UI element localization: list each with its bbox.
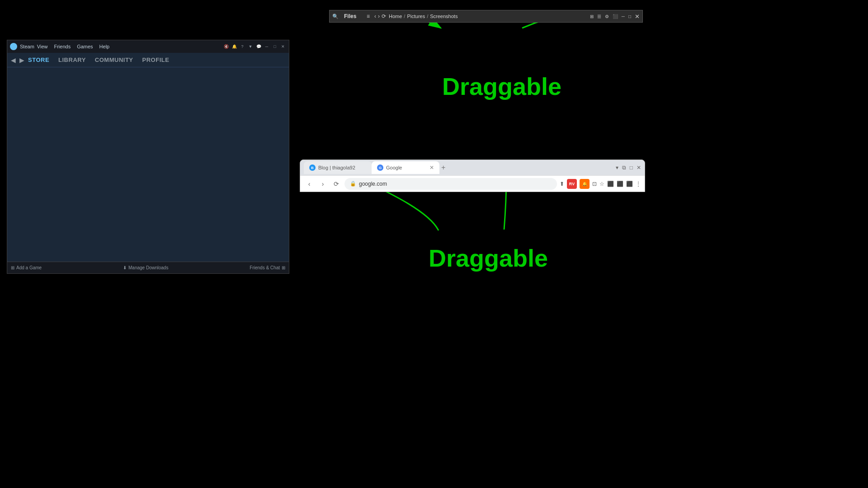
- chrome-url-text: google.com: [359, 181, 552, 187]
- steam-nav-store[interactable]: STORE: [28, 56, 49, 63]
- steam-menu: View Friends Games Help: [37, 44, 109, 49]
- files-path-home[interactable]: Home: [389, 14, 402, 19]
- chrome-tab-blog-label: Blog | thiagola92: [318, 165, 355, 170]
- chrome-tab-google-favicon: G: [377, 164, 383, 171]
- chrome-tab-google[interactable]: G Google ✕: [372, 161, 439, 174]
- draggable-label-2: Draggable: [442, 72, 561, 100]
- files-toolbar: 🔍 Files ≡ ‹ › ⟳ Home / Pictures / Screen…: [330, 10, 642, 22]
- chrome-ext-icon4[interactable]: ⬛: [617, 181, 623, 187]
- chrome-new-tab-btn[interactable]: +: [441, 164, 445, 172]
- chrome-ext-icon1[interactable]: ⊡: [592, 181, 597, 187]
- chrome-tab-dropdown[interactable]: ▾: [616, 164, 618, 171]
- steam-add-game-icon: ⊞: [11, 265, 14, 270]
- steam-nav-community[interactable]: COMMUNITY: [95, 56, 133, 63]
- chrome-window: B Blog | thiagola92 G Google ✕ + ▾ ⧉ □ ✕…: [300, 160, 645, 192]
- steam-menu-help[interactable]: Help: [99, 44, 110, 49]
- steam-toolbar: ◀ ▶ STORE LIBRARY COMMUNITY PROFILE: [7, 53, 289, 67]
- chrome-tab-google-label: Google: [386, 165, 402, 170]
- chrome-ext-icon5[interactable]: ⬛: [626, 181, 633, 187]
- files-path-sep1: /: [404, 14, 405, 19]
- chrome-back-btn[interactable]: ‹: [304, 180, 315, 188]
- files-menu-btn[interactable]: ≡: [365, 13, 372, 19]
- steam-forward-btn[interactable]: ▶: [19, 56, 24, 64]
- files-path-pictures[interactable]: Pictures: [407, 14, 425, 19]
- chrome-toolbar: ‹ › ⟳ 🔒 google.com ⬆ RV 🔔 ⊡ ☆ ⬛ ⬛ ⬛ ⋮: [300, 175, 645, 192]
- steam-nav-library[interactable]: LIBRARY: [58, 56, 86, 63]
- chrome-ext-icon2[interactable]: ☆: [599, 181, 604, 187]
- chrome-share-icon[interactable]: ⬆: [560, 181, 564, 187]
- files-window: 🔍 Files ≡ ‹ › ⟳ Home / Pictures / Screen…: [329, 10, 643, 23]
- files-title: Files: [344, 13, 362, 19]
- steam-menu-friends[interactable]: Friends: [54, 44, 71, 49]
- steam-mute-icon[interactable]: 🔇: [223, 43, 229, 50]
- chrome-addressbar[interactable]: 🔒 google.com: [344, 178, 557, 190]
- chrome-restore-btn[interactable]: ⧉: [622, 164, 626, 171]
- files-back-btn[interactable]: ‹: [374, 13, 376, 19]
- files-search-icon[interactable]: 🔍: [332, 13, 341, 20]
- chrome-ext-orange[interactable]: 🔔: [580, 179, 590, 189]
- chrome-refresh-btn[interactable]: ⟳: [331, 180, 342, 188]
- steam-nav-profile[interactable]: PROFILE: [142, 56, 170, 63]
- steam-menu-view[interactable]: View: [37, 44, 48, 49]
- chrome-close-btn[interactable]: ✕: [637, 164, 641, 171]
- steam-minimize-btn[interactable]: ─: [264, 43, 270, 50]
- steam-maximize-btn[interactable]: □: [272, 43, 278, 50]
- steam-friends-icon: ⊞: [282, 265, 285, 270]
- steam-statusbar: ⊞ Add a Game ⬇ Manage Downloads Friends …: [7, 262, 289, 273]
- steam-friends-label: Friends & Chat: [250, 265, 280, 270]
- steam-friends-chat[interactable]: Friends & Chat ⊞: [250, 265, 285, 270]
- svg-point-2: [11, 44, 16, 49]
- chrome-toolbar-right: ⬆ RV 🔔 ⊡ ☆ ⬛ ⬛ ⬛ ⋮: [560, 179, 641, 189]
- chrome-maximize-btn[interactable]: □: [630, 164, 633, 171]
- files-forward-btn[interactable]: ›: [378, 13, 380, 19]
- draggable-label-3: Draggable: [429, 244, 548, 272]
- steam-logo-icon: [10, 43, 17, 50]
- chrome-ext-red[interactable]: RV: [567, 179, 577, 189]
- files-maximize-btn[interactable]: □: [628, 14, 631, 19]
- chrome-forward-btn[interactable]: ›: [317, 180, 328, 188]
- steam-help-icon[interactable]: ?: [239, 43, 245, 50]
- chrome-menu-btn[interactable]: ⋮: [636, 181, 641, 187]
- files-refresh-btn[interactable]: ⟳: [382, 13, 386, 19]
- steam-back-btn[interactable]: ◀: [11, 56, 16, 64]
- files-path-screenshots[interactable]: Screenshots: [430, 14, 458, 19]
- files-icon3[interactable]: ⚙: [605, 14, 609, 19]
- steam-window: Steam View Friends Games Help 🔇 🔔 ? ▼ 💬 …: [7, 40, 289, 274]
- files-icon2[interactable]: ☰: [597, 14, 601, 19]
- chrome-tab-google-close[interactable]: ✕: [429, 164, 434, 171]
- steam-add-game[interactable]: ⊞ Add a Game: [11, 265, 42, 270]
- steam-chat-icon[interactable]: 💬: [255, 43, 262, 50]
- chrome-lock-icon: 🔒: [350, 181, 356, 187]
- chrome-tabbar-right: ▾ ⧉ □ ✕: [616, 164, 641, 171]
- files-icon4[interactable]: ⬛: [613, 14, 618, 19]
- steam-title: Steam: [20, 44, 34, 49]
- steam-window-controls: 🔇 🔔 ? ▼ 💬 ─ □ ✕: [223, 43, 286, 50]
- steam-menu-games[interactable]: Games: [77, 44, 93, 49]
- chrome-tab-blog-favicon: B: [309, 164, 316, 171]
- chrome-ext-icon3[interactable]: ⬛: [607, 181, 614, 187]
- steam-nav: STORE LIBRARY COMMUNITY PROFILE: [28, 56, 169, 63]
- steam-titlebar: Steam View Friends Games Help 🔇 🔔 ? ▼ 💬 …: [7, 40, 289, 53]
- files-nav-btns: ‹ › ⟳: [374, 13, 386, 19]
- steam-downloads-icon: ⬇: [123, 265, 127, 270]
- files-minimize-btn[interactable]: ─: [622, 14, 625, 19]
- steam-dropdown-icon[interactable]: ▼: [247, 43, 254, 50]
- files-icon1[interactable]: ⊞: [590, 14, 594, 19]
- steam-manage-downloads[interactable]: ⬇ Manage Downloads: [123, 265, 168, 270]
- chrome-tabbar: B Blog | thiagola92 G Google ✕ + ▾ ⧉ □ ✕: [300, 160, 645, 175]
- steam-titlebar-left: Steam View Friends Games Help: [10, 43, 109, 50]
- files-right-icons: ⊞ ☰ ⚙ ⬛ ─ □ ✕: [590, 13, 640, 20]
- steam-content-area: [7, 67, 289, 262]
- files-close-btn[interactable]: ✕: [635, 13, 640, 20]
- files-path-sep2: /: [427, 14, 428, 19]
- files-path: Home / Pictures / Screenshots: [389, 14, 587, 19]
- steam-close-btn[interactable]: ✕: [280, 43, 286, 50]
- chrome-tab-blog[interactable]: B Blog | thiagola92: [304, 161, 372, 174]
- steam-add-game-label: Add a Game: [16, 265, 42, 270]
- steam-bell-icon[interactable]: 🔔: [231, 43, 237, 50]
- steam-downloads-label: Manage Downloads: [128, 265, 168, 270]
